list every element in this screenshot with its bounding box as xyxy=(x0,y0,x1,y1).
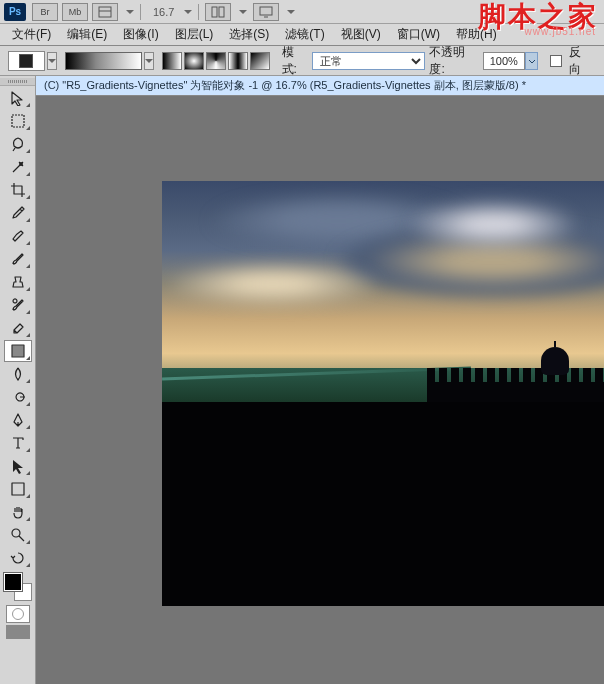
gradient-tool[interactable] xyxy=(4,340,32,362)
brush-tool[interactable] xyxy=(4,248,32,270)
menu-view[interactable]: 视图(V) xyxy=(333,24,389,45)
heal-tool[interactable] xyxy=(4,225,32,247)
crop-tool[interactable] xyxy=(4,179,32,201)
svg-rect-3 xyxy=(219,7,224,17)
toolbox xyxy=(0,76,36,684)
menu-layer[interactable]: 图层(L) xyxy=(167,24,222,45)
screen-mode-toggle[interactable] xyxy=(6,625,30,639)
shape-tool[interactable] xyxy=(4,478,32,500)
wand-tool[interactable] xyxy=(4,156,32,178)
svg-rect-0 xyxy=(99,7,111,17)
canvas-viewport[interactable] xyxy=(36,96,604,684)
bridge-button[interactable]: Br xyxy=(32,3,58,21)
gradient-preview[interactable] xyxy=(65,52,142,70)
marquee-tool[interactable] xyxy=(4,110,32,132)
menu-edit[interactable]: 编辑(E) xyxy=(59,24,115,45)
watermark-url: www.jb51.net xyxy=(525,26,596,37)
path-select-tool[interactable] xyxy=(4,455,32,477)
arrange-docs-button[interactable] xyxy=(205,3,231,21)
canvas-image xyxy=(162,181,604,606)
blend-mode-select[interactable]: 正常 xyxy=(312,52,426,70)
minibridge-button[interactable]: Mb xyxy=(62,3,88,21)
dropdown-icon[interactable] xyxy=(47,52,57,70)
reflected-gradient-button[interactable] xyxy=(228,52,248,70)
reverse-checkbox[interactable] xyxy=(550,55,562,67)
menu-window[interactable]: 窗口(W) xyxy=(389,24,448,45)
dropdown-icon[interactable] xyxy=(184,10,192,14)
app-logo: Ps xyxy=(4,3,26,21)
reverse-label: 反向 xyxy=(569,44,592,78)
lasso-tool[interactable] xyxy=(4,133,32,155)
gradient-type-group xyxy=(162,52,270,70)
blur-tool[interactable] xyxy=(4,363,32,385)
hand-tool[interactable] xyxy=(4,501,32,523)
opacity-stepper[interactable] xyxy=(525,52,539,70)
foreground-color[interactable] xyxy=(4,573,22,591)
color-swatches[interactable] xyxy=(4,573,32,601)
rotate-tool[interactable] xyxy=(4,547,32,569)
history-brush-tool[interactable] xyxy=(4,294,32,316)
eraser-tool[interactable] xyxy=(4,317,32,339)
menu-filter[interactable]: 滤镜(T) xyxy=(277,24,332,45)
quick-mask-button[interactable] xyxy=(6,605,30,623)
diamond-gradient-button[interactable] xyxy=(250,52,270,70)
mode-label: 模式: xyxy=(282,44,308,78)
dropdown-icon[interactable] xyxy=(126,10,134,14)
dodge-tool[interactable] xyxy=(4,386,32,408)
pen-tool[interactable] xyxy=(4,409,32,431)
dropdown-icon[interactable] xyxy=(239,10,247,14)
linear-gradient-button[interactable] xyxy=(162,52,182,70)
menu-image[interactable]: 图像(I) xyxy=(115,24,166,45)
screen-mode-button[interactable] xyxy=(253,3,279,21)
angle-gradient-button[interactable] xyxy=(206,52,226,70)
dropdown-icon[interactable] xyxy=(287,10,295,14)
menu-select[interactable]: 选择(S) xyxy=(221,24,277,45)
options-bar: 模式: 正常 不透明度: 反向 xyxy=(0,46,604,76)
radial-gradient-button[interactable] xyxy=(184,52,204,70)
document-tab[interactable]: (C) "R5_Gradients-Vignettes" 为智能对象 -1 @ … xyxy=(36,76,604,96)
type-tool[interactable] xyxy=(4,432,32,454)
move-tool[interactable] xyxy=(4,87,32,109)
dropdown-icon[interactable] xyxy=(144,52,154,70)
menu-file[interactable]: 文件(F) xyxy=(4,24,59,45)
stamp-tool[interactable] xyxy=(4,271,32,293)
toolbox-grip[interactable] xyxy=(0,78,35,86)
svg-rect-4 xyxy=(260,7,272,15)
svg-rect-2 xyxy=(212,7,217,17)
eyedropper-tool[interactable] xyxy=(4,202,32,224)
app-topbar: Ps Br Mb 16.7 脚本之家 www.jb51.net xyxy=(0,0,604,24)
opacity-input[interactable] xyxy=(483,52,525,70)
opacity-label: 不透明度: xyxy=(429,44,478,78)
zoom-tool[interactable] xyxy=(4,524,32,546)
canvas-area: (C) "R5_Gradients-Vignettes" 为智能对象 -1 @ … xyxy=(36,76,604,684)
tool-preset-button[interactable] xyxy=(8,51,45,71)
view-extras-button[interactable] xyxy=(92,3,118,21)
zoom-level[interactable]: 16.7 xyxy=(153,6,174,18)
